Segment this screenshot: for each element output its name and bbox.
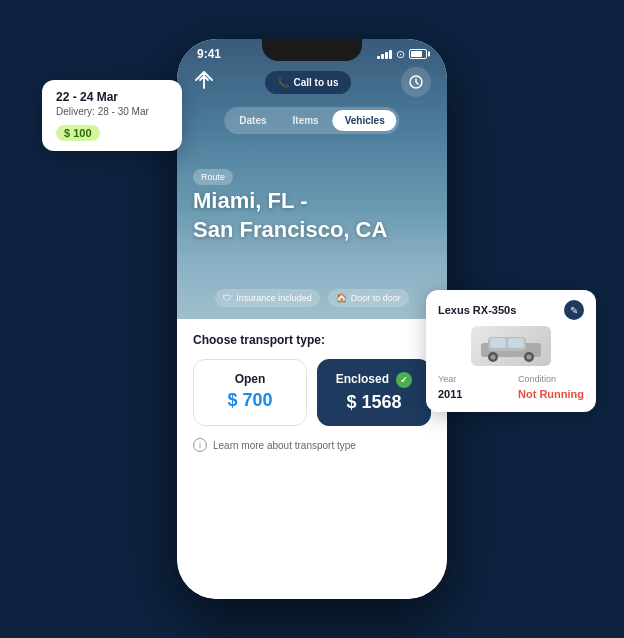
- app-nav: 📞 Call to us: [177, 67, 447, 97]
- phone-screen: 9:41 ⊙: [177, 39, 447, 599]
- route-line2: San Francisco, CA: [193, 217, 387, 242]
- tab-items[interactable]: Items: [281, 110, 331, 131]
- wifi-icon: ⊙: [396, 48, 405, 61]
- service-badges: 🛡 Insurance included 🏠 Door to door: [177, 289, 447, 307]
- tooltip-price: $ 100: [56, 125, 100, 141]
- status-time: 9:41: [197, 47, 221, 61]
- home-icon: 🏠: [336, 293, 347, 303]
- info-note: i Learn more about transport type: [193, 438, 431, 452]
- svg-point-3: [491, 354, 496, 359]
- signal-bars-icon: [377, 49, 392, 59]
- tab-vehicles[interactable]: Vehicles: [333, 110, 397, 131]
- route-title: Miami, FL - San Francisco, CA: [193, 187, 387, 244]
- vehicle-card-header: Lexus RX-350s ✎: [438, 300, 584, 320]
- history-button[interactable]: [401, 67, 431, 97]
- status-icons: ⊙: [377, 48, 427, 61]
- tab-bar: Dates Items Vehicles: [224, 107, 399, 134]
- info-text: Learn more about transport type: [213, 440, 356, 451]
- vehicle-image-wrap: [438, 326, 584, 368]
- phone-frame: 9:41 ⊙: [177, 39, 447, 599]
- tooltip-dates: 22 - 24 Mar: [56, 90, 168, 104]
- vehicle-info-card: Lexus RX-350s ✎ Year 2011 Condition Not …: [426, 290, 596, 412]
- transport-type-label: Choose transport type:: [193, 333, 431, 347]
- shield-icon: 🛡: [223, 293, 232, 303]
- vehicle-condition: Condition Not Running: [518, 374, 584, 402]
- phone-notch: [262, 39, 362, 61]
- enclosed-transport-card[interactable]: Enclosed ✓ $ 1568: [317, 359, 431, 426]
- insurance-badge: 🛡 Insurance included: [215, 289, 320, 307]
- tooltip-delivery: Delivery: 28 - 30 Mar: [56, 106, 168, 117]
- vehicle-image: [471, 326, 551, 366]
- open-transport-title: Open: [206, 372, 294, 386]
- call-us-label: Call to us: [293, 77, 338, 88]
- tab-dates[interactable]: Dates: [227, 110, 278, 131]
- tooltip-card: 22 - 24 Mar Delivery: 28 - 30 Mar $ 100: [42, 80, 182, 151]
- insurance-label: Insurance included: [236, 293, 312, 303]
- svg-rect-7: [508, 338, 524, 348]
- route-badge: Route: [193, 169, 233, 185]
- route-line1: Miami, FL -: [193, 188, 308, 213]
- enclosed-transport-price: $ 1568: [330, 392, 418, 413]
- open-transport-card[interactable]: Open $ 700: [193, 359, 307, 426]
- transport-cards: Open $ 700 Enclosed ✓ $ 1568: [193, 359, 431, 426]
- phone-icon: 📞: [277, 77, 289, 88]
- info-icon: i: [193, 438, 207, 452]
- vehicle-edit-button[interactable]: ✎: [564, 300, 584, 320]
- door-to-door-badge: 🏠 Door to door: [328, 289, 409, 307]
- vehicle-year: Year 2011: [438, 374, 462, 402]
- enclosed-transport-title: Enclosed ✓: [330, 372, 418, 388]
- vehicle-name: Lexus RX-350s: [438, 304, 516, 316]
- battery-icon: [409, 49, 427, 59]
- hero-area: 9:41 ⊙: [177, 39, 447, 319]
- svg-point-5: [527, 354, 532, 359]
- content-area: Choose transport type: Open $ 700 Enclos…: [177, 319, 447, 599]
- app-logo: [193, 69, 215, 96]
- vehicle-details: Year 2011 Condition Not Running: [438, 374, 584, 402]
- call-us-button[interactable]: 📞 Call to us: [265, 71, 350, 94]
- selected-checkmark: ✓: [396, 372, 412, 388]
- open-transport-price: $ 700: [206, 390, 294, 411]
- svg-rect-6: [490, 338, 506, 348]
- door-to-door-label: Door to door: [351, 293, 401, 303]
